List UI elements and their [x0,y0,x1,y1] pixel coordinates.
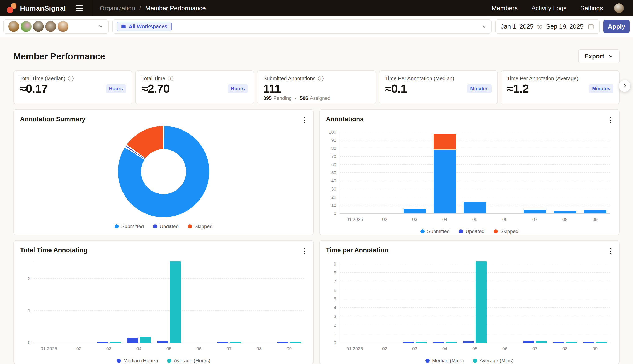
bar-average-hours[interactable] [110,342,121,343]
bar-submitted[interactable] [584,210,606,214]
bar-median-hours[interactable] [97,342,108,343]
date-range-input[interactable]: Jan 1, 2025 to Sep 19, 2025 [495,20,600,34]
info-icon[interactable]: i [68,76,74,81]
kebab-menu-icon[interactable] [608,116,613,125]
hamburger-menu-icon[interactable] [75,4,85,12]
x-tick-label: 09 [580,346,610,352]
bar-median-hours[interactable] [127,338,138,343]
legend-item-median-hours[interactable]: Median (Hours) [117,358,158,364]
stacked-bar[interactable] [464,201,486,214]
bar-average-hours[interactable] [170,262,181,343]
legend-dot [494,229,498,234]
bar-average-mins[interactable] [446,342,457,343]
metric-card-submitted-annotations: Submitted Annotationsi111395Pending506As… [257,70,376,104]
bar-plot: 0123456789 [340,262,610,343]
bar-submitted[interactable] [434,150,456,214]
info-icon[interactable]: i [318,76,324,81]
x-tick-label: 08 [550,346,580,352]
bar-submitted[interactable] [524,210,546,214]
bar-average-mins[interactable] [416,342,427,343]
user-avatar[interactable] [614,3,624,13]
y-tick-label: 9 [334,262,336,267]
x-tick-label: 07 [520,346,550,352]
bar-average-mins[interactable] [476,262,487,343]
y-tick-label: 20 [331,194,336,200]
bar-median-mins[interactable] [463,341,474,343]
bar-group-03 [400,262,430,343]
metrics-next-button[interactable] [619,80,630,92]
metric-value-row: ≈0.1Minutes [385,82,492,95]
legend-item-submitted[interactable]: Submitted [420,228,450,234]
bar-plot: 012 [34,262,304,343]
legend-item-skipped[interactable]: Skipped [188,224,213,229]
metric-label: Time Per Annotation (Average) [507,76,578,82]
breadcrumb-parent[interactable]: Organization [100,4,135,12]
y-tick-label: 90 [331,138,336,143]
workspaces-filter-select[interactable]: All Workspaces [112,20,492,34]
stacked-bar[interactable] [434,134,456,214]
bar-median-mins[interactable] [403,342,414,343]
x-tick-label: 04 [430,346,460,352]
bar-median-mins[interactable] [553,342,564,343]
legend-item-average-hours[interactable]: Average (Hours) [167,358,210,364]
all-workspaces-chip[interactable]: All Workspaces [117,22,172,31]
bar-skipped[interactable] [434,134,456,150]
nav-item-settings[interactable]: Settings [580,4,603,12]
bar-median-hours[interactable] [157,341,168,343]
kebab-menu-icon[interactable] [302,246,307,256]
breadcrumb: Organization / Member Performance [100,4,206,12]
stacked-bar[interactable] [554,211,576,214]
legend-item-average-mins[interactable]: Average (Mins) [473,358,513,364]
bar-group-01-2025 [34,262,64,343]
legend-item-skipped[interactable]: Skipped [494,228,518,234]
bar-submitted[interactable] [404,209,426,214]
date-end: Sep 19, 2025 [546,23,583,30]
bar-group-03 [400,132,430,214]
kebab-menu-icon[interactable] [302,116,307,125]
calendar-icon[interactable] [587,23,594,30]
stacked-bar[interactable] [404,209,426,214]
legend-item-median-mins[interactable]: Median (Mins) [425,358,464,364]
kebab-menu-icon[interactable] [608,246,613,256]
metric-card-time-per-annotation-average: Time Per Annotation (Average)≈1.2Minutes [501,70,620,104]
bar-average-hours[interactable] [140,337,151,343]
donut-ring[interactable] [118,126,209,217]
metrics-row: Total Time (Median)i≈0.17HoursTotal Time… [13,70,620,104]
bar-median-hours[interactable] [217,342,228,343]
bar-average-hours[interactable] [230,342,241,343]
nav-item-members[interactable]: Members [492,4,518,12]
humansignal-logo-icon[interactable] [7,3,17,13]
bar-average-mins[interactable] [536,341,547,343]
donut-hole [141,149,186,194]
metric-label: Total Time [141,76,165,82]
bars-layer [34,262,304,343]
bar-median-mins[interactable] [583,342,594,343]
y-tick-label: 0 [334,211,336,216]
legend-item-updated[interactable]: Updated [153,224,179,229]
y-tick-label: 80 [331,146,336,151]
bar-median-mins[interactable] [433,342,444,343]
unit-badge: Minutes [467,84,492,93]
legend-item-updated[interactable]: Updated [459,228,484,234]
bar-average-mins[interactable] [566,342,577,343]
bar-median-mins[interactable] [523,341,534,343]
info-icon[interactable]: i [168,76,173,81]
apply-button[interactable]: Apply [603,20,630,33]
export-button[interactable]: Export [578,50,620,63]
x-tick-label: 08 [550,217,580,222]
bar-average-mins[interactable] [596,342,607,343]
members-filter-select[interactable] [3,20,109,34]
bar-submitted[interactable] [464,202,486,214]
x-tick-label: 07 [214,346,244,352]
filter-bar: All Workspaces Jan 1, 2025 to Sep 19, 20… [0,16,633,37]
legend-label: Skipped [194,224,213,229]
breadcrumb-current: Member Performance [145,4,206,12]
bar-average-hours[interactable] [290,342,301,343]
top-bar: HumanSignal Organization / Member Perfor… [0,0,633,16]
bar-submitted[interactable] [554,211,576,214]
nav-item-activity-logs[interactable]: Activity Logs [531,4,566,12]
bar-median-hours[interactable] [277,342,288,343]
stacked-bar[interactable] [584,210,606,214]
stacked-bar[interactable] [524,210,546,214]
legend-item-submitted[interactable]: Submitted [115,224,144,229]
